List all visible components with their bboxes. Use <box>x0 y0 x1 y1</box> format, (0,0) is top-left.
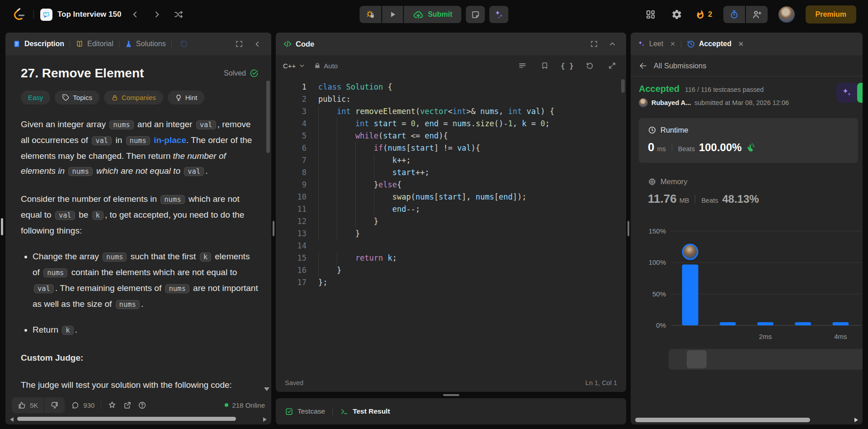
memory-card[interactable]: Memory 11.76 MB Beats 48.13% <box>639 177 858 206</box>
runtime-bar[interactable] <box>682 264 698 325</box>
runtime-card[interactable]: Runtime 0 ms Beats 100.00% <box>639 118 858 163</box>
code-line[interactable]: 8start++; <box>284 167 626 179</box>
resize-handle[interactable] <box>273 221 274 236</box>
scroll-left-arrow[interactable] <box>10 417 14 422</box>
solution-action-button[interactable] <box>857 83 863 103</box>
tab-description[interactable]: Description <box>13 40 64 48</box>
close-tab-icon[interactable]: ✕ <box>670 40 675 48</box>
dislike-button[interactable] <box>44 397 65 413</box>
runtime-bar[interactable] <box>795 322 811 325</box>
description-vertical-scrollbar[interactable] <box>266 81 270 153</box>
resize-handle[interactable] <box>443 394 459 396</box>
tab-test-result[interactable]: Test Result <box>340 407 390 416</box>
code-editor[interactable]: 1class Solution {2public:3int removeElem… <box>276 76 626 374</box>
my-submission-marker[interactable] <box>683 244 698 259</box>
horizontal-scroll-thumb[interactable] <box>17 417 236 421</box>
next-problem-button[interactable] <box>149 7 165 22</box>
premium-button[interactable]: Premium <box>806 5 856 24</box>
help-button[interactable] <box>138 401 146 410</box>
tab-accepted[interactable]: Accepted ✕ <box>687 40 744 48</box>
analyze-ai-button[interactable] <box>836 83 857 103</box>
code-line[interactable]: 5while(start <= end){ <box>284 130 626 142</box>
reset-code-button[interactable] <box>583 59 596 72</box>
editor-vertical-scrollbar[interactable] <box>621 79 625 93</box>
code-line[interactable]: 11end--; <box>284 203 626 215</box>
like-button[interactable]: 5K <box>12 397 44 413</box>
code-line[interactable]: 10swap(nums[start], nums[end]); <box>284 191 626 203</box>
run-button[interactable] <box>382 6 403 23</box>
ai-assistant-button[interactable] <box>490 6 509 23</box>
bookmark-button[interactable] <box>538 59 552 72</box>
scroll-down-arrow[interactable] <box>264 387 269 391</box>
format-code-button[interactable] <box>515 59 529 72</box>
code-line[interactable]: 12} <box>284 215 626 228</box>
settings-button[interactable] <box>669 7 684 22</box>
shuffle-button[interactable] <box>171 7 186 22</box>
code-line[interactable]: 9}else{ <box>284 179 626 191</box>
difficulty-badge[interactable]: Easy <box>21 91 50 105</box>
language-selector[interactable]: C++ <box>283 62 305 70</box>
autocomplete-toggle[interactable]: Auto <box>314 62 338 70</box>
layout-button[interactable] <box>643 7 658 22</box>
scroll-right-arrow[interactable] <box>854 418 858 422</box>
close-tab-icon[interactable]: ✕ <box>738 40 744 48</box>
prev-problem-button[interactable] <box>127 7 143 22</box>
expand-description-button[interactable] <box>232 37 246 51</box>
code-line[interactable]: 17}; <box>284 276 626 289</box>
invite-button[interactable] <box>746 6 768 23</box>
window-edge-handle[interactable] <box>1 218 3 235</box>
code-line[interactable]: 1class Solution { <box>284 81 626 93</box>
tab-testcase[interactable]: Testcase <box>285 407 325 416</box>
stopwatch-icon <box>729 10 739 19</box>
code-line[interactable]: 3int removeElement(vector<int>& nums, in… <box>284 105 626 118</box>
code-line[interactable]: 4int start = 0, end = nums.size()-1, k =… <box>284 118 626 130</box>
collapse-code-button[interactable] <box>605 37 619 51</box>
distribution-range-slider[interactable] <box>669 349 863 370</box>
timer-button[interactable] <box>723 6 745 23</box>
leetcode-logo[interactable] <box>12 7 27 22</box>
horizontal-scroll-thumb[interactable] <box>635 418 810 422</box>
tab-submissions[interactable] <box>177 37 191 51</box>
user-avatar[interactable] <box>778 6 795 23</box>
tab-leet-ai[interactable]: Leet ✕ <box>637 40 675 48</box>
panel-resizer-horizontal[interactable] <box>276 392 626 398</box>
code-line[interactable]: 7k++; <box>284 154 626 167</box>
snippets-button[interactable]: { } <box>561 62 574 70</box>
streak-counter[interactable]: 2 <box>695 10 712 19</box>
expand-code-button[interactable] <box>587 37 601 51</box>
code-line[interactable]: 2public: <box>284 93 626 105</box>
problem-list-button[interactable]: Top Interview 150 <box>40 9 121 21</box>
topics-button[interactable]: Topics <box>55 91 99 105</box>
slider-handle[interactable] <box>687 350 707 368</box>
code-line[interactable]: 15return k; <box>284 252 626 264</box>
notes-button[interactable] <box>466 6 485 23</box>
runtime-bar[interactable] <box>757 322 774 325</box>
runtime-bar[interactable] <box>720 322 736 325</box>
submit-button[interactable]: Submit <box>404 6 461 23</box>
code-line[interactable]: 16} <box>284 264 626 276</box>
code-line[interactable]: 6if(nums[start] != val){ <box>284 142 626 154</box>
hint-button[interactable]: Hint <box>168 91 205 105</box>
favorite-button[interactable] <box>108 400 117 410</box>
navbar-right: 2 Premium <box>643 5 856 24</box>
runtime-bar[interactable] <box>832 322 849 325</box>
debug-button[interactable] <box>359 6 381 23</box>
tab-editorial[interactable]: Editorial <box>75 40 113 48</box>
code-line[interactable]: 13} <box>284 228 626 240</box>
all-submissions-link[interactable]: All Submissions <box>631 55 863 76</box>
scroll-right-arrow[interactable] <box>263 417 267 422</box>
companies-button[interactable]: Companies <box>104 91 163 105</box>
collapse-panel-button[interactable] <box>250 37 264 51</box>
maximize-editor-button[interactable] <box>605 59 619 72</box>
code-line[interactable]: 14 <box>284 240 626 252</box>
panel-resizer[interactable] <box>626 33 631 424</box>
tab-solutions[interactable]: Solutions <box>125 40 166 48</box>
comments-button[interactable]: 930 <box>71 401 94 410</box>
inline-code-chip: k <box>92 211 104 220</box>
panel-resizer[interactable] <box>271 33 276 424</box>
footer-divider <box>101 401 101 409</box>
in-place-link[interactable]: in-place <box>154 135 186 145</box>
share-button[interactable] <box>123 401 132 410</box>
tab-divider <box>119 41 119 48</box>
resize-handle[interactable] <box>627 221 629 236</box>
